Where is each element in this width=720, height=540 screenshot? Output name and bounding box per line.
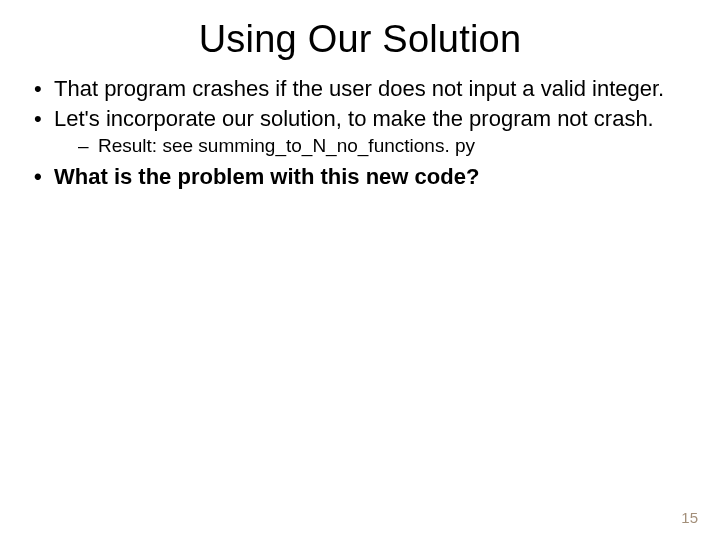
- slide: Using Our Solution That program crashes …: [0, 0, 720, 540]
- slide-body: That program crashes if the user does no…: [0, 61, 720, 190]
- sub-bullet-item-1: Result: see summing_to_N_no_functions. p…: [54, 134, 688, 159]
- bullet-item-1: That program crashes if the user does no…: [32, 75, 688, 103]
- sub-bullet-list: Result: see summing_to_N_no_functions. p…: [54, 134, 688, 159]
- bullet-item-2: Let's incorporate our solution, to make …: [32, 105, 688, 159]
- page-number: 15: [681, 509, 698, 526]
- bullet-item-2-text: Let's incorporate our solution, to make …: [54, 106, 654, 131]
- slide-title: Using Our Solution: [0, 0, 720, 61]
- bullet-item-3: What is the problem with this new code?: [32, 163, 688, 191]
- bullet-list: That program crashes if the user does no…: [32, 75, 688, 190]
